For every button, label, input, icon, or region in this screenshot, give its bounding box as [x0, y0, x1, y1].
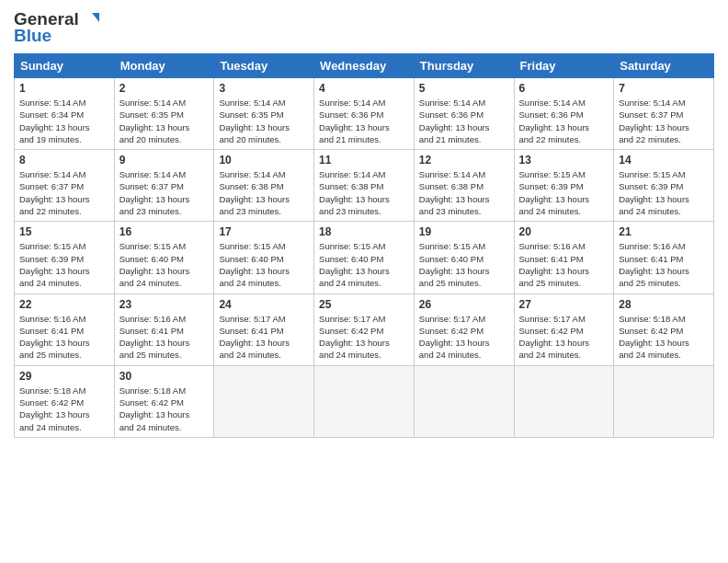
day-number: 18 — [319, 225, 409, 238]
daylight-hours-label: Daylight: 13 hours — [119, 122, 190, 132]
week-row-5: 29Sunrise: 5:18 AMSunset: 6:42 PMDayligh… — [15, 365, 714, 437]
daylight-hours-label: Daylight: 13 hours — [619, 122, 689, 132]
day-number: 24 — [219, 298, 309, 311]
sunset-text: Sunset: 6:37 PM — [19, 181, 84, 191]
logo-blue: Blue — [14, 26, 51, 46]
daylight-hours-label: Daylight: 13 hours — [219, 338, 290, 348]
weekday-header-wednesday: Wednesday — [314, 54, 415, 78]
calendar-cell: 7Sunrise: 5:14 AMSunset: 6:37 PMDaylight… — [614, 78, 714, 150]
day-info: Sunrise: 5:14 AMSunset: 6:37 PMDaylight:… — [619, 97, 709, 145]
day-number: 9 — [119, 154, 210, 167]
sunrise-text: Sunrise: 5:14 AM — [19, 169, 85, 179]
day-number: 2 — [119, 82, 210, 95]
sunset-text: Sunset: 6:36 PM — [519, 109, 584, 120]
daylight-minutes-value: and 24 minutes. — [519, 206, 582, 216]
calendar-cell: 11Sunrise: 5:14 AMSunset: 6:38 PMDayligh… — [314, 150, 415, 222]
daylight-hours-label: Daylight: 13 hours — [319, 266, 390, 276]
daylight-hours-label: Daylight: 13 hours — [119, 194, 190, 204]
sunset-text: Sunset: 6:42 PM — [619, 326, 683, 336]
sunset-text: Sunset: 6:41 PM — [19, 326, 84, 336]
day-info: Sunrise: 5:15 AMSunset: 6:40 PMDaylight:… — [119, 240, 210, 289]
sunrise-text: Sunrise: 5:15 AM — [19, 241, 85, 251]
calendar-cell — [514, 365, 614, 437]
sunrise-text: Sunrise: 5:16 AM — [19, 314, 85, 324]
daylight-minutes-value: and 21 minutes. — [319, 134, 381, 144]
daylight-minutes-value: and 25 minutes. — [19, 350, 82, 360]
calendar-cell — [414, 365, 514, 437]
sunset-text: Sunset: 6:38 PM — [319, 181, 383, 191]
day-number: 25 — [319, 298, 409, 311]
calendar-cell: 24Sunrise: 5:17 AMSunset: 6:41 PMDayligh… — [214, 293, 314, 365]
day-info: Sunrise: 5:16 AMSunset: 6:41 PMDaylight:… — [619, 240, 709, 289]
daylight-hours-label: Daylight: 13 hours — [519, 122, 590, 132]
daylight-hours-label: Daylight: 13 hours — [519, 194, 590, 204]
day-info: Sunrise: 5:18 AMSunset: 6:42 PMDaylight:… — [119, 385, 210, 433]
daylight-minutes-value: and 24 minutes. — [219, 350, 281, 360]
sunrise-text: Sunrise: 5:14 AM — [519, 98, 586, 108]
day-number: 16 — [119, 225, 210, 238]
day-info: Sunrise: 5:15 AMSunset: 6:40 PMDaylight:… — [419, 240, 509, 289]
daylight-hours-label: Daylight: 13 hours — [19, 266, 90, 276]
day-info: Sunrise: 5:17 AMSunset: 6:42 PMDaylight:… — [419, 313, 509, 362]
day-number: 12 — [419, 154, 509, 167]
sunset-text: Sunset: 6:35 PM — [219, 109, 283, 120]
day-info: Sunrise: 5:15 AMSunset: 6:39 PMDaylight:… — [519, 168, 609, 217]
day-number: 21 — [619, 225, 709, 238]
svg-marker-0 — [92, 13, 99, 22]
sunset-text: Sunset: 6:41 PM — [119, 326, 184, 336]
daylight-hours-label: Daylight: 13 hours — [119, 266, 190, 276]
day-info: Sunrise: 5:14 AMSunset: 6:34 PMDaylight:… — [19, 97, 109, 145]
sunset-text: Sunset: 6:41 PM — [219, 326, 283, 336]
calendar-cell: 13Sunrise: 5:15 AMSunset: 6:39 PMDayligh… — [514, 150, 614, 222]
day-info: Sunrise: 5:15 AMSunset: 6:40 PMDaylight:… — [219, 240, 309, 289]
calendar-cell: 12Sunrise: 5:14 AMSunset: 6:38 PMDayligh… — [414, 150, 514, 222]
daylight-hours-label: Daylight: 13 hours — [519, 266, 590, 276]
sunset-text: Sunset: 6:42 PM — [419, 326, 483, 336]
day-info: Sunrise: 5:15 AMSunset: 6:40 PMDaylight:… — [319, 240, 409, 289]
sunrise-text: Sunrise: 5:18 AM — [19, 385, 85, 396]
calendar-cell — [314, 365, 415, 437]
day-info: Sunrise: 5:16 AMSunset: 6:41 PMDaylight:… — [19, 313, 109, 362]
day-info: Sunrise: 5:16 AMSunset: 6:41 PMDaylight:… — [519, 240, 609, 289]
weekday-header-row: SundayMondayTuesdayWednesdayThursdayFrid… — [15, 54, 714, 78]
sunset-text: Sunset: 6:38 PM — [219, 181, 283, 191]
day-number: 20 — [519, 225, 609, 238]
day-info: Sunrise: 5:14 AMSunset: 6:38 PMDaylight:… — [219, 168, 309, 217]
daylight-hours-label: Daylight: 13 hours — [419, 266, 490, 276]
day-number: 7 — [619, 82, 709, 95]
calendar-cell: 20Sunrise: 5:16 AMSunset: 6:41 PMDayligh… — [514, 222, 614, 293]
day-info: Sunrise: 5:14 AMSunset: 6:35 PMDaylight:… — [119, 97, 210, 145]
sunrise-text: Sunrise: 5:14 AM — [319, 98, 385, 108]
calendar-cell: 5Sunrise: 5:14 AMSunset: 6:36 PMDaylight… — [414, 78, 514, 150]
daylight-minutes-value: and 20 minutes. — [119, 134, 182, 144]
daylight-minutes-value: and 24 minutes. — [119, 422, 182, 432]
daylight-hours-label: Daylight: 13 hours — [619, 194, 689, 204]
daylight-hours-label: Daylight: 13 hours — [419, 338, 490, 348]
daylight-minutes-value: and 23 minutes. — [119, 206, 182, 216]
sunset-text: Sunset: 6:34 PM — [19, 109, 84, 120]
daylight-hours-label: Daylight: 13 hours — [619, 266, 689, 276]
daylight-minutes-value: and 23 minutes. — [219, 206, 281, 216]
daylight-minutes-value: and 24 minutes. — [219, 278, 281, 288]
day-number: 28 — [619, 298, 709, 311]
sunrise-text: Sunrise: 5:14 AM — [319, 169, 385, 179]
calendar-cell: 17Sunrise: 5:15 AMSunset: 6:40 PMDayligh… — [214, 222, 314, 293]
daylight-minutes-value: and 24 minutes. — [119, 278, 182, 288]
daylight-minutes-value: and 22 minutes. — [619, 134, 681, 144]
sunrise-text: Sunrise: 5:14 AM — [119, 98, 186, 108]
day-info: Sunrise: 5:15 AMSunset: 6:39 PMDaylight:… — [19, 240, 109, 289]
daylight-hours-label: Daylight: 13 hours — [19, 338, 90, 348]
calendar-cell: 9Sunrise: 5:14 AMSunset: 6:37 PMDaylight… — [114, 150, 214, 222]
sunrise-text: Sunrise: 5:18 AM — [619, 314, 685, 324]
daylight-hours-label: Daylight: 13 hours — [219, 194, 290, 204]
calendar-cell: 14Sunrise: 5:15 AMSunset: 6:39 PMDayligh… — [614, 150, 714, 222]
calendar-cell: 4Sunrise: 5:14 AMSunset: 6:36 PMDaylight… — [314, 78, 415, 150]
sunset-text: Sunset: 6:37 PM — [119, 181, 184, 191]
sunset-text: Sunset: 6:39 PM — [619, 181, 683, 191]
calendar-cell: 23Sunrise: 5:16 AMSunset: 6:41 PMDayligh… — [114, 293, 214, 365]
daylight-minutes-value: and 24 minutes. — [419, 350, 482, 360]
calendar-cell: 26Sunrise: 5:17 AMSunset: 6:42 PMDayligh… — [414, 293, 514, 365]
sunrise-text: Sunrise: 5:16 AM — [619, 241, 685, 251]
day-number: 3 — [219, 82, 309, 95]
calendar-cell: 30Sunrise: 5:18 AMSunset: 6:42 PMDayligh… — [114, 365, 214, 437]
